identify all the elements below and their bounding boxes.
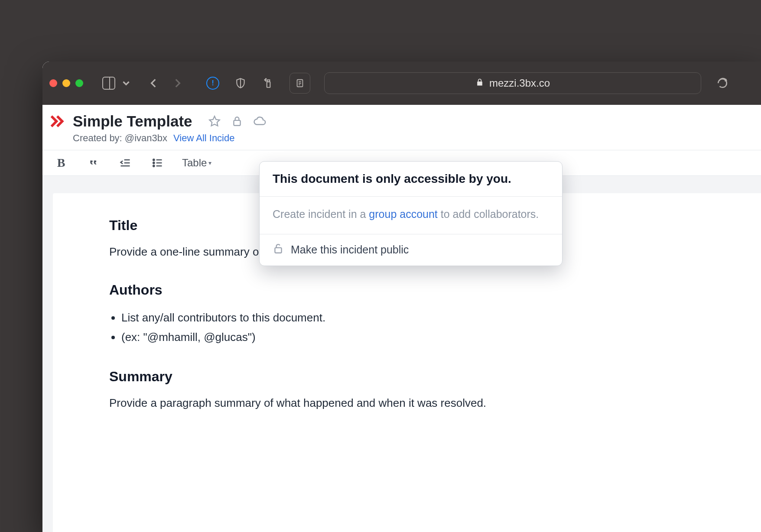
privacy-shield-icon[interactable] (234, 77, 247, 90)
svg-point-5 (266, 81, 267, 81)
nav-back-button[interactable] (147, 77, 160, 90)
document-title[interactable]: Simple Template (73, 113, 192, 130)
lock-icon[interactable] (231, 115, 244, 128)
address-bar-url: mezzi.3bx.co (489, 77, 550, 89)
svg-marker-10 (209, 116, 219, 126)
sidebar-icon (102, 77, 115, 90)
created-by-label: Created by: @ivan3bx (73, 133, 167, 144)
make-public-label: Make this incident public (291, 243, 409, 256)
outdent-button[interactable] (118, 156, 133, 170)
view-all-incidents-link[interactable]: View All Incide (173, 133, 234, 144)
browser-toolbar: ! mezzi.3bx.co (42, 62, 761, 105)
svg-rect-11 (234, 120, 240, 126)
cloud-icon[interactable] (253, 115, 266, 128)
extension-spray-icon[interactable] (262, 77, 275, 90)
section-list[interactable]: List any/all contributors to this docume… (109, 308, 709, 347)
table-dropdown[interactable]: Table ▾ (182, 157, 211, 169)
group-account-link[interactable]: group account (369, 208, 437, 220)
reader-mode-button[interactable] (289, 73, 310, 94)
section-heading-summary[interactable]: Summary (109, 366, 709, 387)
make-public-button[interactable]: Make this incident public (260, 234, 562, 266)
reload-button[interactable] (716, 77, 729, 90)
popover-heading: This document is only accessible by you. (260, 162, 562, 197)
visibility-popover: This document is only accessible by you.… (259, 161, 563, 266)
svg-rect-21 (275, 247, 281, 253)
address-bar[interactable]: mezzi.3bx.co (324, 72, 701, 94)
list-item[interactable]: List any/all contributors to this docume… (121, 308, 709, 328)
svg-rect-1 (267, 82, 270, 88)
window-minimize-button[interactable] (62, 79, 70, 87)
list-item[interactable]: (ex: "@mhamill, @glucas") (121, 328, 709, 347)
window-controls (49, 79, 83, 87)
section-heading-authors[interactable]: Authors (109, 279, 709, 300)
browser-window: ! mezzi.3bx.co (42, 62, 761, 532)
bullet-list-button[interactable] (150, 156, 165, 170)
sidebar-toggle-button[interactable] (102, 77, 115, 90)
section-paragraph[interactable]: Provide a paragraph summary of what happ… (109, 395, 709, 412)
unlock-icon (273, 243, 284, 257)
bold-button[interactable]: B (54, 156, 68, 170)
svg-point-3 (265, 80, 266, 81)
tab-group-dropdown[interactable] (120, 77, 133, 90)
svg-point-15 (153, 159, 154, 160)
svg-point-4 (266, 78, 267, 79)
star-icon[interactable] (208, 115, 221, 128)
popover-body: Create incident in a group account to ad… (260, 197, 562, 234)
app-logo-icon[interactable] (49, 113, 66, 130)
blockquote-button[interactable] (86, 156, 101, 170)
svg-point-16 (153, 162, 154, 163)
table-dropdown-label: Table (182, 157, 207, 169)
popover-body-suffix: to add collaborators. (438, 208, 539, 220)
document-meta: Created by: @ivan3bx View All Incide (42, 130, 761, 150)
nav-forward-button[interactable] (171, 77, 184, 90)
lock-icon (475, 77, 484, 89)
window-close-button[interactable] (49, 79, 57, 87)
window-maximize-button[interactable] (75, 79, 83, 87)
svg-rect-2 (267, 80, 270, 81)
extension-1password-icon[interactable]: ! (206, 77, 219, 90)
svg-point-17 (153, 165, 154, 166)
caret-down-icon: ▾ (208, 159, 211, 166)
document-header: Simple Template (42, 105, 761, 130)
popover-body-text: Create incident in a (273, 208, 369, 220)
